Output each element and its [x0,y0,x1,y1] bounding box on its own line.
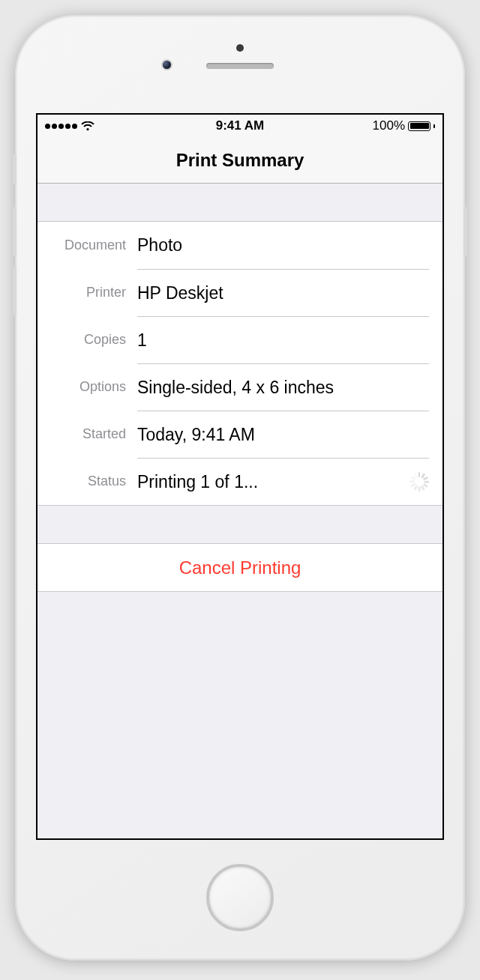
home-button[interactable] [206,864,274,931]
cancel-section: Cancel Printing [38,543,442,592]
row-document-value: Photo [137,235,429,255]
volume-up-button [13,207,16,255]
status-time: 9:41 AM [216,118,265,133]
row-status: Status Printing 1 of 1... [38,458,442,505]
battery-percent: 100% [373,118,405,133]
earpiece-speaker [206,63,274,69]
cancel-printing-button[interactable]: Cancel Printing [38,544,442,591]
screen: 9:41 AM 100% Print Summary Document Phot… [36,113,444,840]
status-right: 100% [373,118,435,133]
volume-down-button [13,267,16,315]
front-camera [161,59,172,70]
spinner-icon [410,472,429,491]
row-document-label: Document [38,238,137,253]
battery-indicator: 100% [373,118,435,133]
proximity-sensor [236,44,244,52]
signal-strength-icon [45,124,77,129]
row-status-value: Printing 1 of 1... [137,472,410,492]
navigation-bar: Print Summary [38,137,442,184]
mute-switch [13,154,16,184]
status-bar: 9:41 AM 100% [38,115,442,137]
row-status-label: Status [38,474,137,489]
row-printer-value: HP Deskjet [137,283,429,303]
power-button [464,207,467,255]
row-options-label: Options [38,379,137,395]
row-printer: Printer HP Deskjet [38,269,442,316]
row-options: Options Single-sided, 4 x 6 inches [38,363,442,411]
row-started-value: Today, 9:41 AM [137,425,429,445]
page-title: Print Summary [176,150,304,171]
row-copies: Copies 1 [38,316,442,363]
section-gap [38,184,442,221]
row-copies-value: 1 [137,330,429,351]
print-details-list: Document Photo Printer HP Deskjet Copies… [38,221,442,506]
iphone-device-frame: 9:41 AM 100% Print Summary Document Phot… [15,15,465,961]
row-options-value: Single-sided, 4 x 6 inches [137,378,429,398]
row-started: Started Today, 9:41 AM [38,411,442,458]
row-copies-label: Copies [38,332,137,348]
battery-icon [408,121,430,131]
row-started-label: Started [38,426,137,442]
row-document: Document Photo [38,222,442,269]
wifi-icon [81,121,94,131]
status-left [45,121,94,131]
row-printer-label: Printer [38,285,137,300]
